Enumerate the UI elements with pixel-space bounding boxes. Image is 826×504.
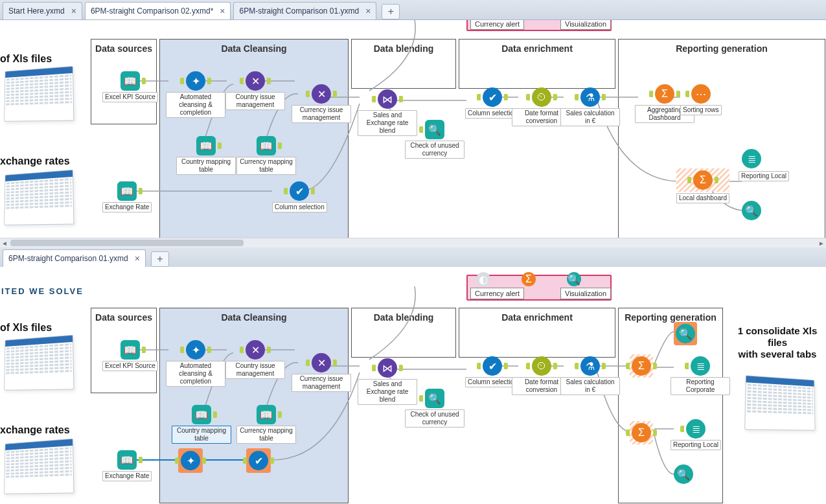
alert-icon[interactable]: ◐ [476,272,490,286]
close-icon[interactable]: × [71,6,76,16]
close-icon[interactable]: × [220,6,225,16]
node-check-currency[interactable]: 🔍Check of unused currency [405,120,465,159]
node-local-dashboard[interactable]: ΣLocal dashboard [676,168,729,203]
edge-title-xls: of Xls files [0,322,52,334]
container-title: Reporting generation [619,312,722,323]
node-report-local[interactable]: Reporting Local [739,170,789,181]
tab-comparison-01[interactable]: 6PM-straight Comparison 01.yxmd× [233,2,376,19]
node-summarize[interactable]: Σ [630,354,653,378]
formula-icon: ✕ [246,340,265,360]
node-country-map[interactable]: 📖Country mapping table [172,405,231,444]
node-excel-kpi[interactable]: 📖Excel KPI Source [102,71,158,102]
right-text-l3: with several tabs [739,349,817,360]
node-label: Check of unused currency [405,409,465,428]
node-label: Exchange Rate [102,471,152,481]
browse-icon: 🔍 [676,324,695,343]
summarize-icon: Σ [655,84,674,104]
cleanse-icon: ✦ [186,340,205,360]
new-tab-button[interactable]: + [151,251,169,267]
node-country-issue[interactable]: ✕Country issue management [225,340,285,379]
edge-title-xls: of Xls files [0,53,52,65]
new-tab-button[interactable]: + [382,4,400,19]
scrollbar-thumb[interactable] [10,240,244,246]
select-icon: ✔ [483,87,502,107]
chevron-right-icon[interactable]: ► [817,239,826,247]
node-currency-map[interactable]: 📖Currency mapping table [236,405,296,444]
node-sales-calc[interactable]: ⚗Sales calculation in € [560,356,620,395]
summarize-icon: Σ [693,170,713,190]
hscroll-top[interactable]: ◄ ► [0,238,826,247]
tab-comparison-01-b[interactable]: 6PM-straight Comparison 01.yxmd× [3,249,146,267]
alert-icon[interactable]: 🔍 [567,272,581,286]
node-currency-issue[interactable]: ✕Currency issue management [292,84,351,123]
node-report-doc[interactable]: ≣ [742,149,761,168]
node-label: Sales calculation in € [560,377,620,395]
tab-comparison-02[interactable]: 6PM-straight Comparison 02.yxmd*× [85,2,231,19]
node-summarize-2[interactable]: Σ [630,421,653,444]
select-icon: ✔ [290,181,309,201]
node-auto-cleanse[interactable]: ✦Automated cleansing & completion [166,340,225,387]
tab-start-here[interactable]: Start Here.yxmd× [3,2,82,19]
node-report-local-2[interactable]: ≣Reporting Local [671,419,721,450]
container-title: Data Cleansing [160,43,348,54]
node-label: Column selection [272,202,327,212]
formula-icon: ⚗ [580,87,600,107]
container-title: Data Cleansing [160,312,348,323]
tab-label: 6PM-straight Comparison 02.yxmd* [91,6,213,16]
node-browse-local[interactable]: 🔍 [742,201,761,220]
node-diff-select[interactable]: ✔ [246,448,271,473]
node-excel-kpi[interactable]: 📖Excel KPI Source [102,340,158,371]
node-sales-calc[interactable]: ⚗Sales calculation in € [560,87,620,126]
node-check-currency[interactable]: 🔍Check of unused currency [405,389,465,428]
node-browse-bottom[interactable]: 🔍 [674,464,693,484]
cleanse-icon: ✦ [186,71,205,91]
datetime-icon: ⏲ [532,356,551,376]
container-data-blending: Data blending [351,308,456,358]
tab-label: 6PM-straight Comparison 01.yxmd [239,6,359,16]
node-currency-issue[interactable]: ✕Currency issue management [292,353,351,392]
book-icon: 📖 [117,181,137,201]
node-label: Local dashboard [676,193,729,203]
summarize-icon: Σ [522,272,536,286]
xls-thumb [4,170,74,225]
node-exchange-rate[interactable]: 📖Exchange Rate [102,181,152,212]
report-icon: ≣ [686,419,706,439]
formula-icon: ✕ [312,353,331,372]
node-label: Country mapping table [176,157,236,175]
pane-bottom: 6PM-straight Comparison 01.yxmd× + ITED … [0,247,826,504]
alert-icon[interactable]: Σ [522,272,536,286]
container-data-enrichment: Data enrichment [459,308,615,358]
node-country-issue[interactable]: ✕Country issue management [225,71,285,110]
node-report-corp[interactable]: ≣Reporting Corporate [671,356,730,395]
book-icon: 📖 [257,136,276,155]
node-currency-map[interactable]: 📖Currency mapping table [236,136,296,175]
canvas-top[interactable]: of Xls files xchange rates Currency aler… [0,19,826,247]
chevron-left-icon[interactable]: ◄ [0,239,9,247]
right-text-l1: 1 consolidate Xls [738,325,818,336]
close-icon[interactable]: × [365,6,371,16]
close-icon[interactable]: × [135,254,140,263]
node-label: Sales calculation in € [560,108,620,126]
node-label: Reporting Local [739,171,789,181]
edge-title-rates: xchange rates [0,155,70,167]
node-exchange-rate[interactable]: 📖Exchange Rate [102,450,152,481]
tabbar-bottom: 6PM-straight Comparison 01.yxmd× + [0,247,826,268]
formula-icon: ⚗ [580,356,600,376]
node-label: Reporting Corporate [671,377,730,395]
summarize-icon: Σ [632,356,651,376]
formula-icon: ✕ [246,71,265,91]
xls-thumb [4,439,74,494]
browse-icon: 🔍 [674,464,693,484]
app-root: Start Here.yxmd× 6PM-straight Comparison… [0,0,826,504]
node-browse-top[interactable]: 🔍 [674,322,697,345]
node-diff-cleanse[interactable]: ✦ [178,448,203,473]
canvas-bottom[interactable]: ITED WE SOLVE of Xls files xchange rates… [0,267,826,504]
tab-label: Start Here.yxmd [8,6,65,16]
book-icon: 📖 [257,405,276,424]
container-title: Data blending [352,312,455,323]
node-country-map[interactable]: 📖Country mapping table [176,136,236,175]
node-sort-rows[interactable]: ⋯Sorting rows [680,84,722,115]
node-column-selection[interactable]: ✔Column selection [272,181,327,212]
node-auto-cleanse[interactable]: ✦Automated cleansing & completion [166,71,225,118]
node-label: Excel KPI Source [102,92,158,102]
